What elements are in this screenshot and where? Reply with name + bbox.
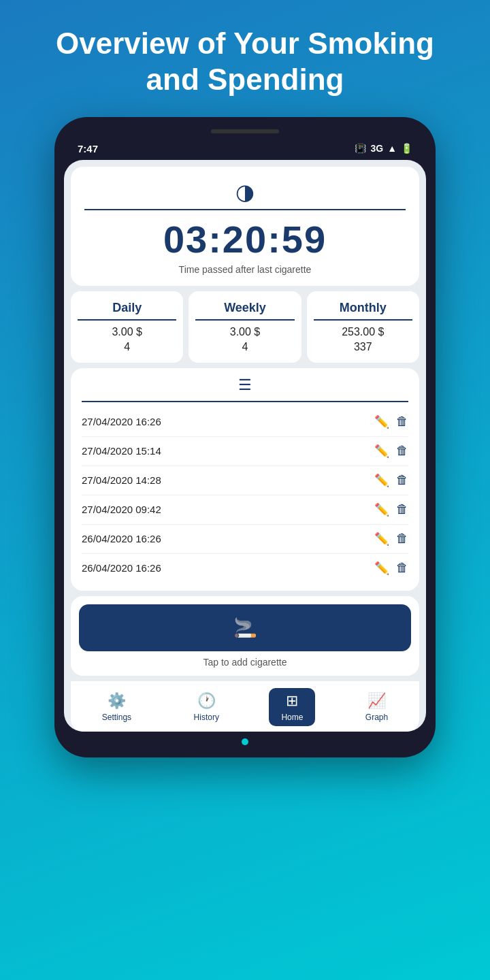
list-date-3: 27/04/2020 14:28 [82,474,161,486]
add-cigarette-label: Tap to add cigarette [79,657,411,668]
graph-icon: 📈 [368,692,386,710]
signal-icon: ▲ [387,143,397,154]
network-label: 3G [370,143,383,154]
stat-weekly-count: 4 [195,341,294,353]
list-actions-3[interactable]: ✏️ 🗑 [374,473,408,488]
status-bar: 7:47 📳 3G ▲ 🔋 [64,140,426,160]
add-cigarette-button[interactable]: 🚬 [79,604,411,651]
stat-monthly-amount: 253.00 $ [314,326,412,338]
list-date-1: 27/04/2020 16:26 [82,416,161,427]
list-date-4: 27/04/2020 09:42 [82,504,161,515]
history-icon: 🕐 [197,692,216,710]
stat-monthly-title: Monthly [314,301,412,321]
add-cigarette-area[interactable]: 🚬 Tap to add cigarette [71,596,419,676]
list-date-6: 26/04/2020 16:26 [82,562,161,574]
list-actions-1[interactable]: ✏️ 🗑 [374,414,408,429]
nav-settings-label: Settings [102,713,131,722]
delete-icon-5[interactable]: 🗑 [396,532,408,546]
stat-daily: Daily 3.00 $ 4 [71,291,183,363]
edit-icon-1[interactable]: ✏️ [374,414,389,429]
list-icon: ☰ [238,376,252,394]
phone-dot [242,738,248,745]
list-actions-5[interactable]: ✏️ 🗑 [374,532,408,546]
delete-icon-4[interactable]: 🗑 [396,502,408,517]
nav-graph-label: Graph [365,713,388,722]
nav-graph[interactable]: 📈 Graph [353,688,400,726]
delete-icon-1[interactable]: 🗑 [396,414,408,429]
stat-monthly-count: 337 [314,341,412,353]
battery-icon: 🔋 [401,143,412,154]
list-item: 27/04/2020 14:28 ✏️ 🗑 [82,466,408,495]
list-item: 27/04/2020 16:26 ✏️ 🗑 [82,408,408,437]
list-item: 27/04/2020 15:14 ✏️ 🗑 [82,437,408,466]
status-right: 📳 3G ▲ 🔋 [355,143,412,154]
timer-divider [84,209,406,210]
edit-icon-6[interactable]: ✏️ [374,561,389,576]
edit-icon-3[interactable]: ✏️ [374,473,389,488]
phone-frame: 7:47 📳 3G ▲ 🔋 ◑ 03:20:59 Time passed aft… [54,117,436,757]
edit-icon-5[interactable]: ✏️ [374,532,389,546]
timer-card: ◑ 03:20:59 Time passed after last cigare… [71,167,419,286]
list-date-2: 27/04/2020 15:14 [82,445,161,457]
list-item: 27/04/2020 09:42 ✏️ 🗑 [82,495,408,525]
clock-icon: ◑ [235,179,255,205]
stat-daily-amount: 3.00 $ [78,326,176,338]
nav-history-label: History [194,713,219,722]
nav-home[interactable]: ⊞ Home [269,688,315,726]
delete-icon-3[interactable]: 🗑 [396,473,408,487]
status-time: 7:47 [78,143,98,154]
edit-icon-4[interactable]: ✏️ [374,502,389,517]
stat-weekly-amount: 3.00 $ [195,326,294,338]
list-header: ☰ [82,376,408,402]
history-list-card: ☰ 27/04/2020 16:26 ✏️ 🗑 27/04/2020 15:14… [71,368,419,591]
settings-icon: ⚙️ [108,692,126,710]
home-icon: ⊞ [286,692,298,710]
nav-home-label: Home [281,713,303,722]
edit-icon-2[interactable]: ✏️ [374,444,389,459]
list-actions-4[interactable]: ✏️ 🗑 [374,502,408,517]
list-date-5: 26/04/2020 16:26 [82,533,161,544]
list-actions-6[interactable]: ✏️ 🗑 [374,561,408,576]
nav-settings[interactable]: ⚙️ Settings [90,688,144,726]
page-title: Overview of Your Smoking and Spending [0,26,490,98]
timer-label: Time passed after last cigarette [179,264,312,275]
list-item: 26/04/2020 16:26 ✏️ 🗑 [82,554,408,583]
timer-display: 03:20:59 [163,217,327,261]
nav-history[interactable]: 🕐 History [182,688,231,726]
stat-weekly: Weekly 3.00 $ 4 [189,291,301,363]
delete-icon-6[interactable]: 🗑 [396,561,408,575]
vibrate-icon: 📳 [355,143,366,154]
stat-daily-count: 4 [78,341,176,353]
bottom-nav: ⚙️ Settings 🕐 History ⊞ Home 📈 Graph [71,681,419,732]
list-item: 26/04/2020 16:26 ✏️ 🗑 [82,525,408,554]
stats-row: Daily 3.00 $ 4 Weekly 3.00 $ 4 Monthly 2… [71,291,419,363]
screen: ◑ 03:20:59 Time passed after last cigare… [64,160,426,732]
stat-monthly: Monthly 253.00 $ 337 [307,291,419,363]
list-actions-2[interactable]: ✏️ 🗑 [374,444,408,459]
delete-icon-2[interactable]: 🗑 [396,444,408,458]
stat-daily-title: Daily [78,301,176,321]
cigarette-icon: 🚬 [233,617,257,639]
stat-weekly-title: Weekly [195,301,294,321]
phone-notch [211,129,279,133]
